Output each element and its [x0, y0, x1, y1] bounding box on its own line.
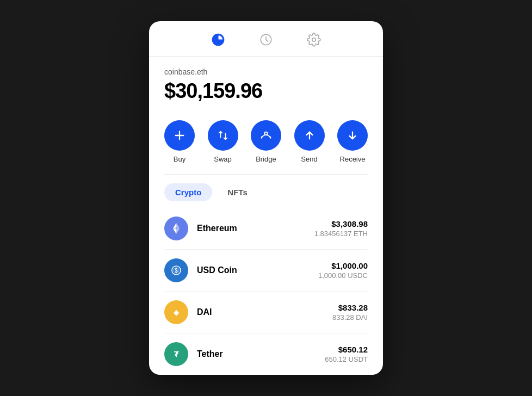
wallet-section: coinbase.eth $30,159.96 [149, 57, 383, 107]
dai-values: $833.28 833.28 DAI [332, 303, 368, 321]
asset-row-usdc[interactable]: $ USD Coin $1,000.00 1,000.00 USDC [164, 250, 368, 292]
usdt-values: $650.12 650.12 USDT [325, 345, 368, 363]
tabs-row: Crypto NFTs [149, 175, 383, 208]
usdt-crypto: 650.12 USDT [325, 355, 368, 363]
tab-crypto[interactable]: Crypto [164, 183, 212, 201]
wallet-name: coinbase.eth [164, 67, 368, 76]
usdc-values: $1,000.00 1,000.00 USDC [318, 261, 368, 280]
usdt-usd: $650.12 [325, 345, 368, 354]
asset-row-eth[interactable]: Ethereum $3,308.98 1.83456137 ETH [164, 208, 368, 250]
svg-point-2 [264, 132, 268, 135]
eth-crypto: 1.83456137 ETH [314, 230, 368, 238]
settings-nav-icon[interactable] [306, 32, 321, 47]
dai-crypto: 833.28 DAI [332, 313, 368, 321]
svg-marker-6 [173, 228, 176, 234]
bridge-action[interactable]: Bridge [251, 120, 281, 163]
usdc-crypto: 1,000.00 USDC [318, 271, 368, 280]
asset-row-dai[interactable]: ◈ DAI $833.28 833.28 DAI [164, 292, 368, 333]
receive-action[interactable]: Receive [337, 120, 368, 163]
asset-list: Ethereum $3,308.98 1.83456137 ETH $ USD … [149, 208, 383, 375]
bridge-circle [251, 120, 281, 151]
usdt-name: Tether [197, 349, 325, 359]
usdt-icon: ₮ [164, 342, 188, 366]
svg-text:◈: ◈ [173, 308, 180, 317]
usdc-name: USD Coin [197, 265, 318, 275]
usdc-usd: $1,000.00 [318, 261, 368, 270]
phone-frame: coinbase.eth $30,159.96 Buy Swap [149, 21, 383, 375]
eth-icon [164, 216, 188, 240]
send-label: Send [301, 155, 317, 163]
usdc-icon: $ [164, 258, 188, 282]
eth-values: $3,308.98 1.83456137 ETH [314, 219, 368, 238]
wallet-balance: $30,159.96 [164, 79, 368, 103]
swap-circle [208, 120, 238, 151]
send-circle [294, 120, 325, 151]
history-nav-icon[interactable] [258, 32, 274, 47]
asset-row-usdt[interactable]: ₮ Tether $650.12 650.12 USDT [164, 333, 368, 375]
svg-text:₮: ₮ [174, 350, 179, 358]
dai-icon: ◈ [164, 300, 188, 324]
svg-point-1 [312, 38, 316, 42]
buy-label: Buy [174, 155, 185, 163]
dai-name: DAI [197, 307, 332, 317]
receive-label: Receive [340, 155, 366, 163]
tab-nfts[interactable]: NFTs [216, 183, 258, 201]
send-action[interactable]: Send [294, 120, 325, 163]
action-buttons-row: Buy Swap Bridge [149, 107, 383, 174]
svg-marker-5 [176, 228, 180, 234]
eth-name: Ethereum [197, 224, 314, 233]
bridge-label: Bridge [256, 155, 276, 163]
portfolio-nav-icon[interactable] [211, 32, 226, 47]
eth-usd: $3,308.98 [314, 219, 368, 228]
swap-label: Swap [214, 155, 232, 163]
buy-circle [164, 120, 195, 151]
swap-action[interactable]: Swap [208, 120, 238, 163]
top-nav [149, 21, 383, 57]
receive-circle [337, 120, 368, 151]
dai-usd: $833.28 [332, 303, 368, 312]
buy-action[interactable]: Buy [164, 120, 195, 163]
